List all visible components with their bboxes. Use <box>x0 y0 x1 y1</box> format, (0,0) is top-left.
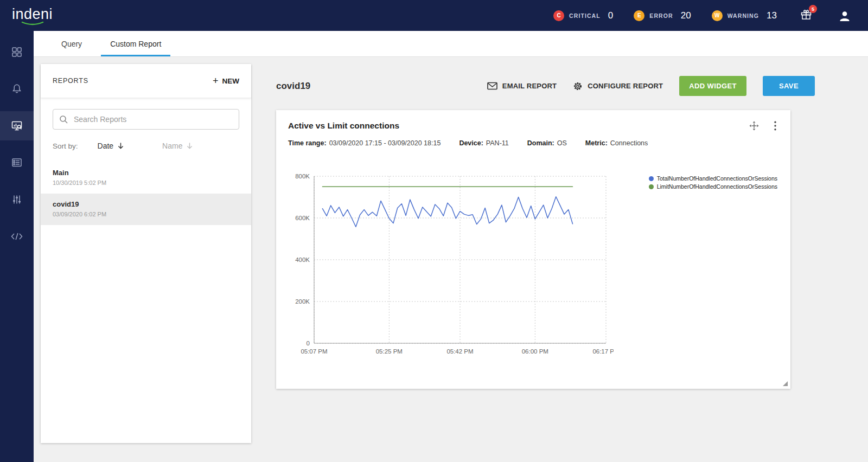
email-report-label: EMAIL REPORT <box>502 82 557 90</box>
sidebar-item-settings[interactable] <box>0 185 34 214</box>
legend-dot-icon <box>649 176 654 181</box>
sort-date-label: Date <box>98 142 114 150</box>
legend-entry: TotalNumberOfHandledConnectionsOrSession… <box>649 175 777 182</box>
critical-icon: C <box>553 10 564 21</box>
critical-alert-summary[interactable]: C CRITICAL 0 <box>553 10 613 21</box>
meta-metric: Metric: Connections <box>585 139 648 147</box>
svg-text:0: 0 <box>307 340 310 347</box>
svg-text:05:07 PM: 05:07 PM <box>301 348 327 355</box>
svg-text:05:42 PM: 05:42 PM <box>446 348 473 355</box>
meta-label: Metric: <box>585 139 608 147</box>
svg-text:06:00 PM: 06:00 PM <box>522 348 548 355</box>
warning-icon: W <box>712 10 723 21</box>
sort-by-date-button[interactable]: Date <box>98 142 125 150</box>
gear-icon <box>573 81 583 91</box>
svg-text:05:25 PM: 05:25 PM <box>376 348 403 355</box>
new-report-label: NEW <box>222 77 240 85</box>
meta-value: PAN-11 <box>486 139 509 147</box>
report-main: covid19 EMAIL REPORT <box>251 64 868 462</box>
warning-alert-summary[interactable]: W WARNING 13 <box>712 10 777 21</box>
sort-by-label: Sort by: <box>53 142 78 150</box>
svg-text:400K: 400K <box>295 256 310 263</box>
move-widget-handle[interactable] <box>749 121 759 131</box>
meta-value: 03/09/2020 17:15 - 03/09/2020 18:15 <box>329 139 441 147</box>
legend-label: LimitNumberOfHandledConnectionsOrSession… <box>657 183 777 190</box>
report-item-name: Main <box>53 169 239 177</box>
sidebar-item-alerts[interactable] <box>0 74 34 104</box>
bell-icon <box>11 83 23 95</box>
report-actions: EMAIL REPORT CONFIGURE REPORT ADD WIDGET… <box>487 76 815 96</box>
rules-list-icon <box>11 157 23 169</box>
svg-text:200K: 200K <box>295 298 310 305</box>
legend-dot-icon <box>649 184 654 189</box>
report-header: covid19 EMAIL REPORT <box>276 76 815 96</box>
code-icon <box>10 230 24 242</box>
report-item-main[interactable]: Main 10/30/2019 5:02 PM <box>41 162 251 194</box>
sidebar-item-automation[interactable] <box>0 222 34 251</box>
meta-label: Device: <box>459 139 483 147</box>
sort-by-name-button[interactable]: Name <box>162 142 193 150</box>
widget-title: Active vs Limit connections <box>288 121 399 131</box>
chart-area: 0200K400K600K800K05:07 PM05:25 PM05:42 P… <box>288 169 778 360</box>
legend-entry: LimitNumberOfHandledConnectionsOrSession… <box>649 183 777 190</box>
email-report-button[interactable]: EMAIL REPORT <box>487 82 557 90</box>
search-reports <box>53 109 239 130</box>
report-item-date: 03/09/2020 6:02 PM <box>53 211 239 217</box>
error-icon: E <box>634 10 644 21</box>
sort-name-label: Name <box>162 142 182 150</box>
kebab-menu-icon <box>774 121 776 131</box>
arrow-down-icon <box>186 142 193 150</box>
sidebar-item-dashboard[interactable] <box>0 37 34 67</box>
sidebar-item-rules[interactable] <box>0 148 34 177</box>
arrow-down-icon <box>117 142 124 150</box>
configure-report-button[interactable]: CONFIGURE REPORT <box>573 81 663 91</box>
widget-resize-handle[interactable] <box>783 381 788 386</box>
meta-label: Domain: <box>527 139 554 147</box>
reports-panel-header: REPORTS + NEW <box>41 64 251 98</box>
move-icon <box>749 121 759 131</box>
tab-custom-report[interactable]: Custom Report <box>101 31 170 56</box>
widget-meta: Time range: 03/09/2020 17:15 - 03/09/202… <box>288 139 778 147</box>
new-report-button[interactable]: + NEW <box>213 76 239 86</box>
report-item-covid19[interactable]: covid19 03/09/2020 6:02 PM <box>41 194 251 225</box>
sidebar <box>0 31 34 462</box>
user-icon <box>838 9 852 22</box>
reports-monitor-icon <box>11 120 23 132</box>
widget-header: Active vs Limit connections <box>288 121 778 131</box>
tab-query[interactable]: Query <box>52 31 91 56</box>
gift-button[interactable]: 5 <box>800 8 813 23</box>
sort-row: Sort by: Date Name <box>53 142 239 150</box>
search-reports-input[interactable] <box>53 109 239 130</box>
report-item-name: covid19 <box>53 200 239 208</box>
meta-time-range: Time range: 03/09/2020 17:15 - 03/09/202… <box>288 139 441 147</box>
meta-domain: Domain: OS <box>527 139 567 147</box>
meta-device: Device: PAN-11 <box>459 139 508 147</box>
report-list: Main 10/30/2019 5:02 PM covid19 03/09/20… <box>41 162 251 443</box>
configure-report-label: CONFIGURE REPORT <box>588 82 663 90</box>
line-chart: 0200K400K600K800K05:07 PM05:25 PM05:42 P… <box>288 169 614 360</box>
report-item-date: 10/30/2019 5:02 PM <box>53 179 239 186</box>
search-icon <box>59 115 68 124</box>
warning-label: WARNING <box>727 12 759 19</box>
warning-count: 13 <box>767 10 777 21</box>
svg-text:800K: 800K <box>295 173 310 179</box>
svg-text:06:17 PM: 06:17 PM <box>592 348 614 355</box>
meta-value: OS <box>557 139 567 147</box>
save-button[interactable]: SAVE <box>763 76 815 96</box>
sidebar-item-reports[interactable] <box>0 111 34 140</box>
tab-bar: Query Custom Report <box>34 31 868 57</box>
error-alert-summary[interactable]: E ERROR 20 <box>634 10 691 21</box>
header-status-area: C CRITICAL 0 E ERROR 20 W WARNING 13 5 <box>553 8 852 23</box>
add-widget-button[interactable]: ADD WIDGET <box>679 76 746 96</box>
widget-menu-button[interactable] <box>774 121 776 131</box>
critical-count: 0 <box>608 10 613 21</box>
user-menu-button[interactable] <box>838 9 852 22</box>
widget-card: Active vs Limit connections <box>276 110 790 389</box>
envelope-icon <box>487 82 497 90</box>
plus-icon: + <box>213 76 219 86</box>
sliders-icon <box>11 194 23 206</box>
error-count: 20 <box>681 10 691 21</box>
dashboard-icon <box>11 46 23 58</box>
svg-text:600K: 600K <box>295 215 310 221</box>
chart-legend: TotalNumberOfHandledConnectionsOrSession… <box>649 169 778 190</box>
